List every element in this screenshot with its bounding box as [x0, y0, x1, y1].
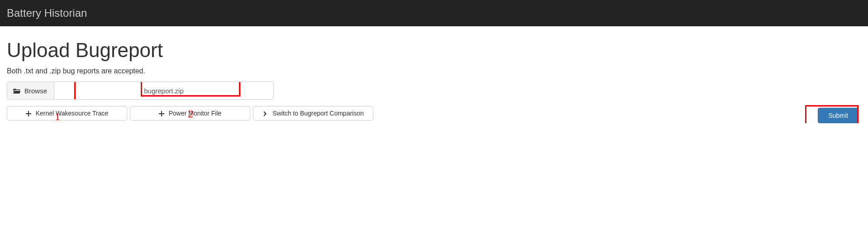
add-kernel-trace-button[interactable]: Kernel Wakesource Trace: [7, 106, 127, 121]
page-subtitle: Both .txt and .zip bug reports are accep…: [7, 67, 861, 75]
power-button-label: Power Monitor File: [169, 110, 222, 117]
folder-open-icon: [13, 87, 21, 94]
plus-icon: [159, 111, 164, 116]
chevron-right-icon: [262, 111, 268, 116]
browse-button[interactable]: Browse: [7, 82, 54, 99]
plus-icon: [26, 111, 31, 116]
file-picker[interactable]: Browse bugreport.zip: [7, 82, 274, 100]
kernel-button-label: Kernel Wakesource Trace: [36, 110, 109, 117]
add-power-monitor-button[interactable]: Power Monitor File: [130, 106, 250, 121]
page-title: Upload Bugreport: [7, 39, 861, 62]
switch-comparison-button[interactable]: Switch to Bugreport Comparison: [253, 106, 373, 121]
navbar-brand[interactable]: Battery Historian: [0, 0, 94, 26]
submit-button[interactable]: Submit: [818, 108, 858, 123]
top-navbar: Battery Historian: [0, 0, 868, 26]
switch-button-label: Switch to Bugreport Comparison: [272, 110, 364, 117]
browse-label: Browse: [24, 87, 47, 95]
file-name: bugreport.zip: [54, 87, 273, 95]
